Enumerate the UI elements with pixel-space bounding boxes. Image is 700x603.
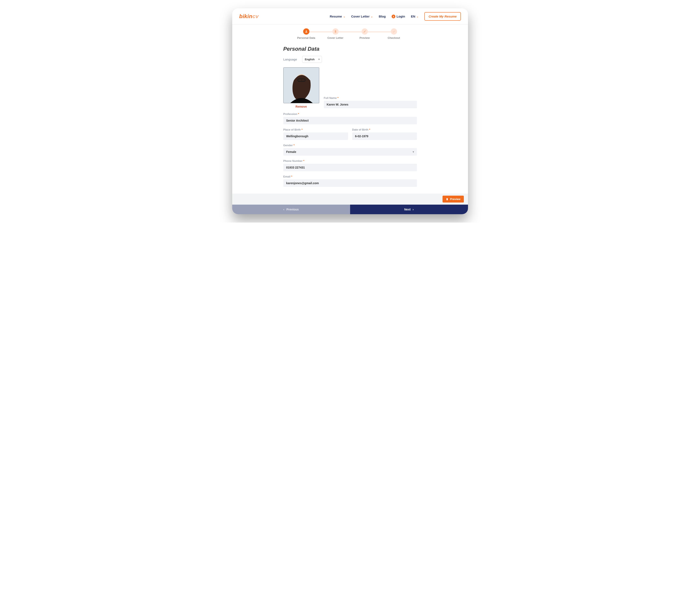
nav-cover-letter-label: Cover Letter <box>351 15 370 18</box>
nav-resume-label: Resume <box>330 15 342 18</box>
full-name-field: Full Name * <box>324 96 417 108</box>
label-text: Gender <box>283 144 293 147</box>
profile-photo[interactable] <box>283 67 319 103</box>
nav-resume[interactable]: Resume ⌄ <box>330 15 345 18</box>
required-asterisk: * <box>298 112 299 116</box>
email-input[interactable] <box>283 179 417 187</box>
top-nav: Resume ⌄ Cover Letter ⌄ Blog Login EN ⌄ … <box>330 12 461 21</box>
form-container: Personal Data Language English <box>283 42 417 194</box>
chevron-down-icon: ▾ <box>413 150 414 153</box>
required-asterisk: * <box>303 159 304 162</box>
required-asterisk: * <box>338 96 339 100</box>
photo-box: Remove <box>283 67 319 108</box>
date-of-birth-label: Date of Birth * <box>352 128 417 131</box>
create-resume-button[interactable]: Create My Resume <box>424 12 461 21</box>
user-icon <box>392 15 395 18</box>
language-label: Language <box>283 58 297 61</box>
nav-blog-label: Blog <box>379 15 385 18</box>
chevron-left-icon: ‹ <box>283 208 284 211</box>
profession-label: Profession * <box>283 112 417 116</box>
phone-label: Phone Number * <box>283 159 417 162</box>
email-label: Email * <box>283 175 417 178</box>
nav-login-label: Login <box>397 15 405 18</box>
required-asterisk: * <box>294 144 295 147</box>
required-asterisk: * <box>301 128 302 131</box>
label-text: Email <box>283 175 291 178</box>
profession-input[interactable] <box>283 117 417 124</box>
email-field: Email * <box>283 175 417 187</box>
chevron-down-icon: ⌄ <box>343 15 345 18</box>
nav-blog[interactable]: Blog <box>379 15 385 18</box>
phone-field: Phone Number * <box>283 159 417 171</box>
required-asterisk: * <box>369 128 370 131</box>
nav-login[interactable]: Login <box>392 15 405 18</box>
phone-input[interactable] <box>283 164 417 171</box>
logo-part1: bikin <box>239 13 252 19</box>
date-of-birth-input[interactable] <box>352 132 417 140</box>
previous-label: Previous <box>286 208 299 211</box>
step-cover-letter[interactable]: Cover Letter <box>321 28 350 40</box>
wizard-nav: ‹ Previous Next › <box>232 205 468 214</box>
gender-field: Gender * Female ▾ <box>283 144 417 156</box>
chevron-down-icon: ⌄ <box>371 15 373 18</box>
photo-and-name-row: Remove Full Name * <box>283 67 417 108</box>
language-value: English <box>305 58 315 61</box>
label-text: Place of Birth <box>283 128 301 131</box>
step-preview[interactable]: Preview <box>350 28 379 40</box>
remove-photo-link[interactable]: Remove <box>283 105 319 108</box>
full-name-input[interactable] <box>324 101 417 108</box>
step-checkout[interactable]: Checkout <box>379 28 408 40</box>
app-window: bikincv Resume ⌄ Cover Letter ⌄ Blog Log… <box>232 8 468 214</box>
previous-button[interactable]: ‹ Previous <box>232 205 350 214</box>
birth-row: Place of Birth * Date of Birth * <box>283 128 417 140</box>
preview-button-label: Preview <box>450 198 460 201</box>
document-icon <box>332 28 339 34</box>
step-personal-data[interactable]: Personal Data <box>292 28 321 40</box>
check-icon <box>391 28 397 34</box>
logo-part2: cv <box>252 13 259 19</box>
nav-lang-label: EN <box>411 15 415 18</box>
label-text: Date of Birth <box>352 128 369 131</box>
label-text: Phone Number <box>283 159 302 162</box>
page-title: Personal Data <box>283 46 417 52</box>
gender-select[interactable]: Female ▾ <box>283 148 417 156</box>
gender-value: Female <box>286 150 296 153</box>
language-row: Language English <box>283 56 417 63</box>
language-select[interactable]: English <box>302 56 322 63</box>
next-button[interactable]: Next › <box>350 205 468 214</box>
step-label: Preview <box>350 36 379 40</box>
user-icon <box>303 28 309 34</box>
nav-cover-letter[interactable]: Cover Letter ⌄ <box>351 15 373 18</box>
profession-field: Profession * <box>283 112 417 124</box>
label-text: Full Name <box>324 96 337 100</box>
step-label: Personal Data <box>292 36 321 40</box>
full-name-label: Full Name * <box>324 96 417 100</box>
action-bar: Preview <box>232 194 468 205</box>
step-label: Cover Letter <box>321 36 350 40</box>
logo[interactable]: bikincv <box>239 13 259 20</box>
label-text: Profession <box>283 112 297 116</box>
document-icon <box>446 198 448 201</box>
place-of-birth-input[interactable] <box>283 132 348 140</box>
date-of-birth-field: Date of Birth * <box>352 128 417 140</box>
nav-lang[interactable]: EN ⌄ <box>411 15 419 18</box>
gender-label: Gender * <box>283 144 417 147</box>
chevron-down-icon: ⌄ <box>417 15 419 18</box>
progress-steps: Personal Data Cover Letter Preview Check… <box>232 25 468 40</box>
next-label: Next <box>404 208 410 211</box>
required-asterisk: * <box>291 175 292 178</box>
top-bar: bikincv Resume ⌄ Cover Letter ⌄ Blog Log… <box>232 8 468 25</box>
pencil-icon <box>361 28 368 34</box>
place-of-birth-field: Place of Birth * <box>283 128 348 140</box>
preview-button[interactable]: Preview <box>443 196 464 203</box>
chevron-right-icon: › <box>413 208 414 211</box>
place-of-birth-label: Place of Birth * <box>283 128 348 131</box>
step-label: Checkout <box>379 36 408 40</box>
